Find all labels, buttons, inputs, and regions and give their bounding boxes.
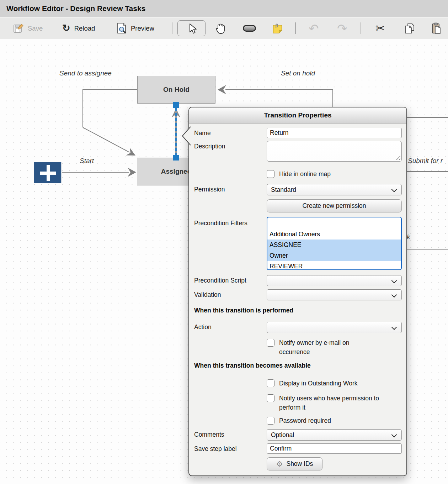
- transition-handle-bottom[interactable]: [173, 155, 179, 161]
- hide-in-online-map-checkbox[interactable]: [267, 170, 274, 178]
- toolbar: Save ↻ Reload Preview: [0, 17, 448, 39]
- transition-label-fragment-k: k: [407, 233, 410, 241]
- section-heading-available: When this transition becomes available: [194, 362, 402, 369]
- selected-transition-return[interactable]: [175, 108, 177, 155]
- preview-button[interactable]: Preview: [116, 17, 154, 39]
- step-label: On Hold: [163, 86, 190, 94]
- resize-grip-icon[interactable]: [396, 156, 400, 160]
- listbox-option-assignee[interactable]: ASSIGNEE: [267, 240, 401, 250]
- name-label: Name: [194, 128, 267, 138]
- validation-select[interactable]: [267, 289, 402, 300]
- precondition-filters-listbox[interactable]: Additional Owners ASSIGNEE Owner REVIEWE…: [267, 217, 402, 270]
- password-required-label: Password required: [279, 416, 331, 425]
- chevron-down-icon: [391, 292, 397, 298]
- transition-label-set-on-hold: Set on hold: [281, 69, 315, 77]
- save-step-label: Save step label: [194, 443, 267, 454]
- description-label: Description: [194, 141, 267, 152]
- comments-select[interactable]: Optional: [267, 429, 402, 441]
- redo-button[interactable]: ↷: [337, 17, 347, 39]
- permission-label: Permission: [194, 184, 267, 195]
- reload-label: Reload: [74, 25, 95, 32]
- validation-label: Validation: [194, 289, 267, 300]
- precondition-script-select[interactable]: [267, 275, 402, 286]
- listbox-option-additional-owners[interactable]: Additional Owners: [267, 229, 401, 240]
- save-label: Save: [28, 25, 43, 32]
- step-node-on-hold[interactable]: On Hold: [137, 76, 215, 104]
- password-required-checkbox-row: Password required: [267, 416, 402, 425]
- name-input[interactable]: [267, 128, 402, 138]
- arrowhead-set-on-hold[interactable]: [218, 85, 226, 94]
- transition-label-send-to-assignee: Send to assignee: [59, 69, 112, 77]
- hide-in-online-map-checkbox-row: Hide in online map: [267, 169, 402, 179]
- notify-owner-checkbox[interactable]: [267, 339, 274, 347]
- permission-select[interactable]: Standard: [267, 184, 402, 195]
- comments-value: Optional: [271, 431, 294, 439]
- notify-owner-checkbox-row: Notify owner by e-mail on occurrence: [267, 338, 402, 357]
- pan-tool-button[interactable]: [214, 17, 226, 39]
- save-button[interactable]: Save: [12, 17, 43, 39]
- undo-icon: ↶: [309, 22, 319, 35]
- copy-button[interactable]: [404, 17, 415, 39]
- add-note-tool-button[interactable]: [272, 17, 283, 39]
- toolbar-separator: [172, 22, 172, 34]
- notify-users-label: Notify users who have permission to perf…: [279, 394, 379, 412]
- notify-users-checkbox-row: Notify users who have permission to perf…: [267, 394, 402, 412]
- transition-label-submit-for: Submit for r: [408, 157, 443, 165]
- description-textarea[interactable]: [267, 141, 402, 162]
- copy-icon: [404, 22, 415, 35]
- show-ids-button[interactable]: ⚙ Show IDs: [267, 457, 322, 470]
- permission-value: Standard: [271, 186, 296, 194]
- paste-button[interactable]: [431, 17, 442, 39]
- add-step-tool-button[interactable]: [243, 17, 256, 39]
- transition-label-start: Start: [80, 157, 94, 165]
- page-title: Workflow Editor - Design Review Tasks: [6, 4, 145, 13]
- workflow-editor-window: Workflow Editor - Design Review Tasks Sa…: [0, 0, 448, 484]
- window-title-bar: Workflow Editor - Design Review Tasks: [0, 0, 448, 17]
- undo-button[interactable]: ↶: [309, 17, 319, 39]
- cut-button[interactable]: ✂: [375, 17, 385, 39]
- reload-button[interactable]: ↻ Reload: [62, 17, 95, 39]
- arrowhead-send-to-assignee[interactable]: [126, 148, 135, 156]
- chevron-down-icon: [391, 432, 397, 438]
- note-icon: [272, 23, 283, 33]
- create-new-permission-button[interactable]: Create new permission: [267, 199, 402, 212]
- select-tool-button[interactable]: [177, 20, 206, 36]
- precondition-script-label: Precondition Script: [194, 275, 267, 286]
- chevron-down-icon: [391, 278, 397, 284]
- save-step-input[interactable]: [267, 443, 402, 454]
- section-heading-performed: When this transition is performed: [194, 307, 402, 314]
- workflow-canvas[interactable]: On Hold Assignee Send to assignee Set on…: [0, 39, 448, 484]
- transition-handle-top[interactable]: [173, 102, 179, 108]
- notify-owner-label: Notify owner by e-mail on occurrence: [279, 338, 379, 357]
- listbox-option[interactable]: [267, 218, 401, 229]
- hide-in-online-map-label: Hide in online map: [279, 169, 331, 179]
- chevron-down-icon: [391, 325, 397, 330]
- display-outstanding-label: Display in Outstanding Work: [279, 379, 357, 388]
- step-label: Assignee: [161, 168, 191, 175]
- create-new-permission-label: Create new permission: [303, 202, 366, 210]
- listbox-option-reviewer[interactable]: REVIEWER: [267, 261, 401, 270]
- display-outstanding-checkbox[interactable]: [267, 379, 274, 387]
- arrowhead-start[interactable]: [128, 168, 136, 177]
- password-required-checkbox[interactable]: [267, 417, 274, 425]
- precondition-filters-label: Precondition Filters: [194, 217, 267, 227]
- action-select[interactable]: [267, 322, 402, 333]
- transition-properties-dialog: Transition Properties Name Description: [188, 107, 407, 476]
- scissors-icon: ✂: [375, 23, 385, 34]
- transition-send-to-assignee-line[interactable]: [83, 127, 129, 152]
- cursor-arrow-icon: [186, 23, 197, 34]
- toolbar-separator: [361, 22, 361, 34]
- paste-icon: [431, 22, 442, 35]
- chevron-down-icon: [391, 187, 397, 193]
- reload-icon: ↻: [62, 23, 70, 33]
- notify-users-checkbox[interactable]: [267, 394, 274, 402]
- dialog-title: Transition Properties: [189, 107, 406, 123]
- start-node-plus[interactable]: [34, 162, 62, 183]
- hand-icon: [214, 22, 226, 35]
- action-label: Action: [194, 322, 267, 332]
- preview-label: Preview: [131, 25, 154, 32]
- comments-label: Comments: [194, 429, 267, 440]
- listbox-option-owner[interactable]: Owner: [267, 250, 401, 261]
- show-ids-label: Show IDs: [286, 460, 313, 468]
- preview-icon: [116, 22, 127, 35]
